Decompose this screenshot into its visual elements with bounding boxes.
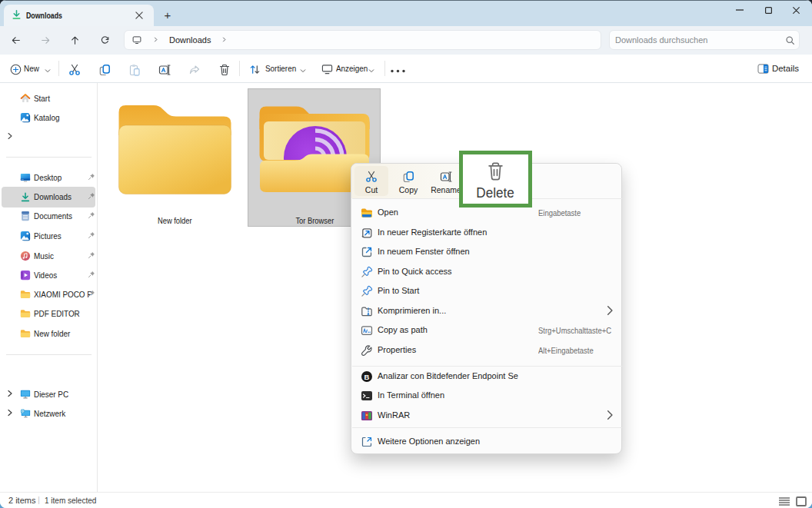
svg-text:B: B xyxy=(364,373,370,381)
